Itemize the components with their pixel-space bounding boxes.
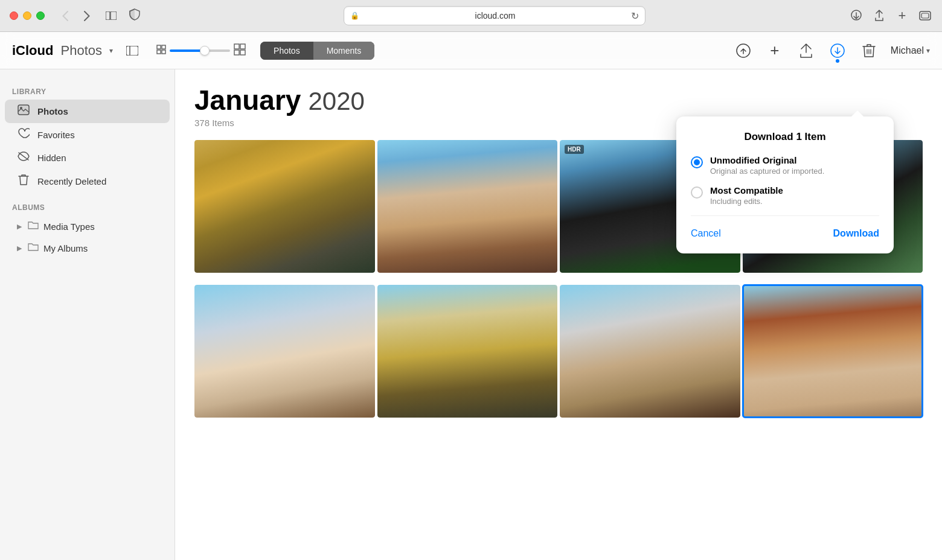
share-button[interactable] — [796, 41, 816, 60]
close-button[interactable] — [10, 11, 18, 20]
svg-rect-5 — [126, 46, 138, 56]
user-name: Michael — [891, 45, 924, 56]
popover-overlay: Download 1 Item Unmodified Original Orig… — [175, 69, 942, 560]
sidebar-item-favorites[interactable]: Favorites — [5, 123, 170, 147]
svg-rect-9 — [157, 50, 161, 54]
forward-button[interactable] — [78, 7, 95, 24]
address-bar-container: 🔒 icloud.com ↻ — [147, 6, 842, 25]
sidebar-recently-deleted-label: Recently Deleted — [37, 176, 106, 186]
reload-button[interactable]: ↻ — [631, 10, 639, 22]
logo-photos: Photos — [61, 43, 103, 58]
cancel-button[interactable]: Cancel — [691, 228, 721, 239]
app-logo[interactable]: iCloud Photos ▾ — [12, 43, 113, 59]
sidebar-item-hidden[interactable]: Hidden — [5, 147, 170, 169]
delete-button[interactable] — [859, 41, 879, 60]
media-types-chevron: ▶ — [17, 223, 22, 231]
sidebar-toggle-button[interactable] — [123, 41, 142, 60]
maximize-button[interactable] — [36, 11, 45, 20]
user-menu[interactable]: Michael ▾ — [891, 45, 930, 56]
back-button[interactable] — [57, 7, 74, 24]
zoom-min-icon — [156, 45, 166, 56]
albums-section-label: Albums — [0, 203, 175, 212]
svg-rect-14 — [240, 50, 245, 55]
sidebar-item-my-albums[interactable]: ▶ My Albums — [5, 237, 170, 259]
my-albums-chevron: ▶ — [17, 244, 22, 252]
sidebar-favorites-label: Favorites — [37, 130, 75, 140]
svg-point-19 — [20, 107, 22, 109]
minimize-button[interactable] — [23, 11, 31, 20]
address-text: icloud.com — [364, 11, 626, 21]
app-toolbar: iCloud Photos ▾ — [0, 32, 942, 69]
radio-compatible-content: Most Compatible Including edits. — [710, 185, 783, 206]
browser-tabs-icon[interactable] — [918, 8, 932, 23]
browser-download-icon[interactable] — [849, 8, 864, 23]
traffic-lights — [10, 11, 45, 20]
photos-icon — [17, 104, 30, 118]
eye-slash-icon — [17, 151, 30, 164]
download-confirm-button[interactable]: Download — [833, 228, 879, 239]
browser-toolbar-right: + — [849, 8, 932, 23]
svg-rect-0 — [106, 11, 110, 20]
sidebar-photos-label: Photos — [37, 106, 68, 116]
zoom-control — [156, 43, 246, 57]
nav-buttons — [57, 7, 95, 24]
segment-control: Photos Moments — [260, 42, 374, 60]
svg-rect-8 — [162, 45, 165, 49]
add-button[interactable]: + — [765, 41, 784, 60]
browser-share-icon[interactable] — [872, 8, 886, 23]
my-albums-folder-icon — [28, 242, 39, 254]
radio-option-original[interactable]: Unmodified Original Original as captured… — [691, 155, 879, 176]
toolbar-actions: + Michael ▾ — [734, 41, 930, 60]
download-popover: Download 1 Item Unmodified Original Orig… — [676, 116, 894, 253]
logo-icloud: iCloud — [12, 43, 53, 58]
library-section-label: Library — [0, 88, 175, 96]
radio-compatible-label: Most Compatible — [710, 185, 783, 196]
popover-divider — [691, 215, 879, 216]
media-types-folder-icon — [28, 220, 39, 232]
svg-rect-11 — [234, 44, 239, 49]
popover-arrow — [851, 110, 864, 116]
sidebar: Library Photos Favorites — [0, 69, 175, 560]
radio-compatible-desc: Including edits. — [710, 197, 783, 206]
radio-original-label: Unmodified Original — [710, 155, 824, 165]
radio-original-content: Unmodified Original Original as captured… — [710, 155, 824, 176]
sidebar-hidden-label: Hidden — [37, 153, 66, 163]
radio-original-circle[interactable] — [691, 156, 703, 168]
sidebar-item-media-types[interactable]: ▶ Media Types — [5, 215, 170, 237]
browser-add-icon[interactable]: + — [895, 8, 909, 23]
sidebar-item-recently-deleted[interactable]: Recently Deleted — [5, 169, 170, 194]
user-caret: ▾ — [926, 46, 930, 55]
sidebar-item-photos[interactable]: Photos — [5, 100, 170, 123]
upload-button[interactable] — [734, 41, 753, 60]
svg-rect-12 — [240, 44, 245, 49]
radio-original-desc: Original as captured or imported. — [710, 167, 824, 176]
svg-rect-10 — [162, 50, 165, 54]
download-button[interactable] — [828, 41, 847, 60]
segment-photos[interactable]: Photos — [260, 42, 313, 60]
popover-buttons: Cancel Download — [691, 226, 879, 239]
svg-rect-13 — [234, 50, 239, 55]
segment-moments[interactable]: Moments — [313, 42, 375, 60]
logo-caret: ▾ — [109, 46, 113, 55]
radio-option-compatible[interactable]: Most Compatible Including edits. — [691, 185, 879, 206]
svg-rect-1 — [111, 11, 117, 20]
main-layout: Library Photos Favorites — [0, 69, 942, 560]
heart-icon — [17, 128, 30, 142]
sidebar-media-types-label: Media Types — [43, 221, 95, 232]
shield-icon — [129, 8, 140, 24]
title-bar: 🔒 icloud.com ↻ + — [0, 0, 942, 31]
sidebar-my-albums-label: My Albums — [43, 243, 88, 253]
svg-rect-4 — [921, 13, 929, 18]
lock-icon: 🔒 — [350, 11, 359, 20]
trash-icon — [17, 174, 30, 189]
zoom-slider[interactable] — [170, 49, 230, 52]
popover-title: Download 1 Item — [691, 131, 879, 143]
content-area: January 2020 378 Items HDR — [175, 69, 942, 560]
browser-sidebar-toggle[interactable] — [103, 7, 120, 24]
browser-chrome: 🔒 icloud.com ↻ + — [0, 0, 942, 32]
address-bar[interactable]: 🔒 icloud.com ↻ — [344, 6, 646, 25]
svg-rect-7 — [157, 45, 161, 49]
zoom-max-icon — [234, 43, 246, 57]
radio-compatible-circle[interactable] — [691, 186, 703, 199]
